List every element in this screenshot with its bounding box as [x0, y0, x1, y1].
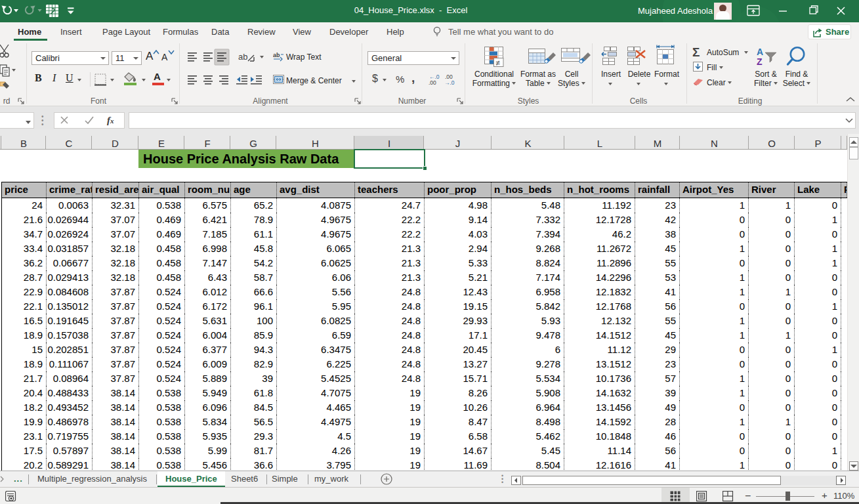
svg-text:.00: .00: [429, 79, 436, 86]
svg-text:A: A: [757, 47, 763, 57]
svg-text:ab: ab: [273, 52, 280, 58]
svg-text:→.0: →.0: [444, 79, 455, 86]
svg-text:Z: Z: [757, 56, 763, 67]
svg-text:≠: ≠: [496, 58, 501, 68]
svg-text:ab: ab: [238, 52, 247, 62]
